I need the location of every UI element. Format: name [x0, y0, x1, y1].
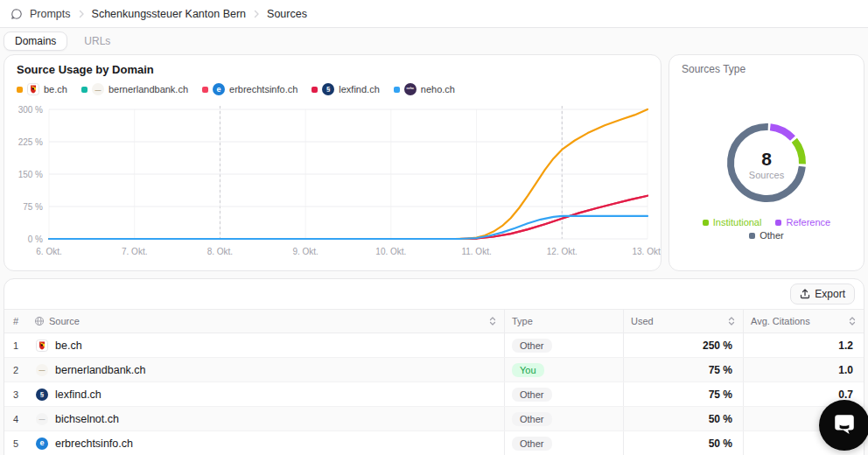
chart-title: Source Usage by Domain — [4, 55, 661, 76]
view-tabs: Domains URLs — [0, 28, 868, 54]
lexfind-favicon: § — [36, 388, 48, 401]
donut-legend-Other[interactable]: Other — [749, 230, 784, 241]
table-body: 1be.chOther250 %1.22—bernerlandbank.chYo… — [4, 333, 864, 455]
tab-urls[interactable]: URLs — [73, 32, 122, 51]
source-cell: be.ch — [27, 333, 504, 357]
bern-crest-favicon — [27, 83, 39, 95]
donut-segment-Institutional — [721, 117, 812, 208]
row-index: 2 — [4, 358, 27, 382]
sort-icon — [488, 316, 497, 326]
neho-favicon: neho — [404, 83, 416, 95]
sources-type-title: Sources Type — [669, 55, 864, 75]
table-row-lexfind.ch[interactable]: 3§lexfind.chOther75 %0.7 — [4, 382, 864, 407]
chart-legend: be.ch—bernerlandbank.cheerbrechtsinfo.ch… — [17, 83, 661, 95]
table-row-bichselnot.ch[interactable]: 4—bichselnot.chOther50 %2.0 — [4, 407, 864, 431]
legend-item-bernerlandbank.ch[interactable]: —bernerlandbank.ch — [81, 83, 188, 95]
legend-color-swatch — [394, 87, 400, 93]
row-index: 3 — [4, 382, 27, 406]
table-row-bernerlandbank.ch[interactable]: 2—bernerlandbank.chYou75 %1.0 — [4, 358, 864, 382]
column-index: # — [4, 310, 27, 332]
bichselnot-favicon: — — [36, 413, 48, 425]
breadcrumb-prompts[interactable]: Prompts — [30, 8, 71, 20]
type-cell: Other — [504, 431, 623, 455]
row-index: 4 — [4, 407, 27, 430]
legend-color-swatch — [703, 220, 709, 226]
x-axis-tick: 12. Okt. — [547, 247, 578, 256]
sources-type-donut: 8 Sources — [721, 117, 812, 212]
legend-label: neho.ch — [421, 84, 455, 94]
erbrechtsinfo-favicon: e — [36, 438, 48, 450]
legend-color-swatch — [17, 87, 23, 93]
legend-color-swatch — [81, 87, 88, 93]
y-axis-tick: 75 % — [23, 202, 43, 212]
table-row-erbrechtsinfo.ch[interactable]: 5eerbrechtsinfo.chOther50 % — [4, 431, 864, 455]
donut-chart — [721, 117, 812, 208]
y-axis-tick: 150 % — [18, 170, 43, 179]
chevron-right-icon — [76, 9, 87, 19]
type-badge: Other — [512, 412, 552, 426]
x-axis-tick: 6. Okt. — [36, 247, 61, 256]
legend-label: lexfind.ch — [339, 84, 379, 94]
legend-label: be.ch — [44, 84, 67, 94]
chat-launcher[interactable] — [819, 400, 868, 451]
source-name: be.ch — [55, 340, 82, 352]
source-cell: §lexfind.ch — [27, 382, 504, 406]
source-name: lexfind.ch — [55, 388, 102, 401]
used-cell: 250 % — [623, 333, 743, 357]
breadcrumb-bar: Prompts Schenkungssteuer Kanton Bern Sou… — [0, 0, 868, 28]
globe-icon — [34, 316, 45, 326]
used-cell: 75 % — [623, 358, 743, 382]
breadcrumb-sources[interactable]: Sources — [267, 8, 307, 20]
legend-label: bernerlandbank.ch — [108, 84, 188, 94]
table-row-be.ch[interactable]: 1be.chOther250 %1.2 — [4, 333, 864, 358]
type-cell: Other — [504, 333, 623, 357]
column-type: Type — [504, 310, 623, 332]
tab-domains[interactable]: Domains — [4, 32, 67, 51]
legend-label: Institutional — [713, 217, 762, 228]
legend-item-neho.ch[interactable]: nehoneho.ch — [394, 83, 455, 95]
x-axis-tick: 8. Okt. — [207, 247, 233, 256]
type-badge: Other — [512, 339, 552, 353]
used-cell: 50 % — [623, 407, 743, 430]
column-source[interactable]: Source — [27, 310, 504, 332]
source-cell: —bernerlandbank.ch — [27, 358, 504, 382]
source-name: erbrechtsinfo.ch — [55, 438, 133, 450]
legend-label: Reference — [786, 217, 830, 228]
bern-crest-favicon — [36, 340, 48, 352]
sources-table-card: Export # Source Type Used Avg. Citations… — [4, 278, 864, 455]
citations-cell: 1.2 — [743, 333, 864, 357]
bernerlandbank-favicon: — — [92, 83, 104, 95]
column-citations[interactable]: Avg. Citations — [743, 310, 864, 332]
legend-color-swatch — [775, 220, 781, 226]
column-used[interactable]: Used — [623, 310, 743, 332]
source-cell: —bichselnot.ch — [27, 407, 504, 430]
x-axis-tick: 10. Okt. — [375, 247, 406, 256]
breadcrumb-prompt-name[interactable]: Schenkungssteuer Kanton Bern — [92, 8, 247, 20]
type-cell: You — [504, 358, 623, 382]
legend-item-erbrechtsinfo.ch[interactable]: eerbrechtsinfo.ch — [202, 83, 298, 95]
donut-legend-Institutional[interactable]: Institutional — [703, 217, 762, 228]
type-badge: Other — [512, 437, 552, 451]
source-cell: eerbrechtsinfo.ch — [27, 431, 504, 455]
type-cell: Other — [504, 407, 623, 430]
row-index: 1 — [4, 333, 27, 357]
legend-label: Other — [760, 230, 784, 241]
usage-line-chart: 0 %75 %150 %225 %300 %6. Okt.7. Okt.8. O… — [4, 99, 661, 262]
lexfind-favicon: § — [322, 83, 334, 95]
export-button[interactable]: Export — [790, 284, 855, 304]
prompt-bubble-icon — [10, 8, 23, 20]
sources-type-card: Sources Type 8 Sources InstitutionalRefe… — [668, 54, 864, 271]
legend-item-lexfind.ch[interactable]: §lexfind.ch — [312, 83, 379, 95]
type-cell: Other — [504, 382, 623, 406]
y-axis-tick: 300 % — [18, 105, 43, 115]
legend-color-swatch — [749, 233, 755, 239]
used-cell: 75 % — [623, 382, 743, 406]
type-badge: You — [512, 363, 544, 377]
chat-bubble-icon — [832, 414, 857, 437]
upload-icon — [800, 289, 810, 299]
legend-item-be.ch[interactable]: be.ch — [17, 83, 67, 95]
type-badge: Other — [512, 388, 552, 402]
legend-label: erbrechtsinfo.ch — [229, 84, 298, 94]
row-index: 5 — [4, 431, 27, 455]
donut-legend-Reference[interactable]: Reference — [775, 217, 830, 228]
